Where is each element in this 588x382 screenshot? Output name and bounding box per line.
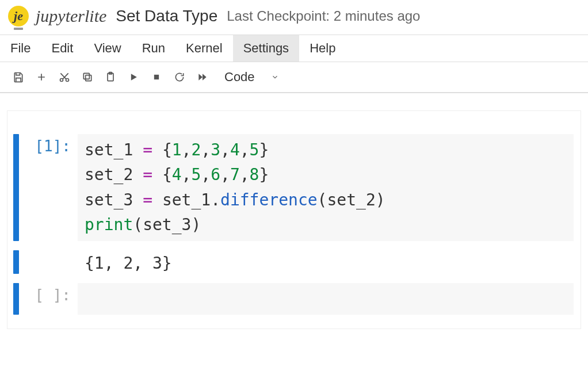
chevron-down-icon <box>271 73 279 81</box>
restart-run-all-button[interactable] <box>192 67 213 87</box>
svg-point-1 <box>66 79 69 82</box>
document-title[interactable]: Set Data Type <box>116 7 217 25</box>
menu-item-kernel[interactable]: Kernel <box>175 35 233 62</box>
menu-item-view[interactable]: View <box>83 35 131 62</box>
code-input[interactable] <box>78 283 574 315</box>
notebook-panel: [1]:set_1 = {1,2,3,4,5} set_2 = {4,5,6,7… <box>7 110 581 329</box>
cell-body: set_1 = {1,2,3,4,5} set_2 = {4,5,6,7,8} … <box>78 134 574 241</box>
menu-item-file[interactable]: File <box>0 35 41 62</box>
paste-button[interactable] <box>100 67 121 87</box>
app-name: jupyterlite <box>36 6 106 26</box>
menu-item-edit[interactable]: Edit <box>41 35 83 62</box>
header: je jupyterlite Set Data Type Last Checkp… <box>0 0 588 35</box>
code-cell[interactable]: [1]:set_1 = {1,2,3,4,5} set_2 = {4,5,6,7… <box>7 134 581 241</box>
logo-icon: je <box>8 6 29 26</box>
svg-rect-3 <box>83 73 89 79</box>
menu-item-help[interactable]: Help <box>299 35 346 62</box>
checkpoint-status: Last Checkpoint: 2 minutes ago <box>227 8 420 24</box>
cut-button[interactable] <box>54 67 75 87</box>
cell-body <box>78 283 574 315</box>
cell-marker <box>13 283 19 315</box>
menu-item-run[interactable]: Run <box>132 35 175 62</box>
cell-marker <box>13 250 19 274</box>
cell-marker <box>13 134 19 241</box>
insert-cell-button[interactable] <box>31 67 52 87</box>
svg-rect-2 <box>86 75 91 81</box>
copy-button[interactable] <box>77 67 98 87</box>
save-button[interactable] <box>8 67 29 87</box>
svg-rect-6 <box>154 75 159 79</box>
code-input[interactable]: set_1 = {1,2,3,4,5} set_2 = {4,5,6,7,8} … <box>78 134 574 241</box>
restart-button[interactable] <box>169 67 190 87</box>
svg-point-0 <box>60 79 63 82</box>
stdout: {1, 2, 3} <box>78 250 574 274</box>
run-button[interactable] <box>123 67 144 87</box>
menu-bar: FileEditViewRunKernelSettingsHelp <box>0 35 588 62</box>
code-cell[interactable]: [ ]: <box>7 283 581 315</box>
notebook-container: [1]:set_1 = {1,2,3,4,5} set_2 = {4,5,6,7… <box>0 93 588 336</box>
cell-type-select[interactable]: Code <box>222 68 281 86</box>
toolbar: Code <box>0 62 588 93</box>
output-area: {1, 2, 3} <box>7 250 581 274</box>
interrupt-button[interactable] <box>146 67 167 87</box>
menu-item-settings[interactable]: Settings <box>233 35 300 62</box>
cell-type-value: Code <box>224 70 255 85</box>
